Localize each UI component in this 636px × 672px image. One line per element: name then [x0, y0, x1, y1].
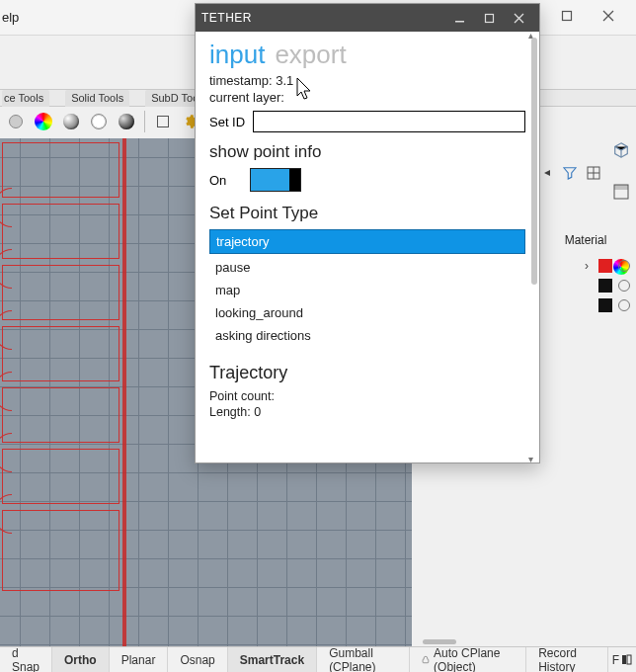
layer-row[interactable]: ›	[541, 257, 630, 275]
setid-input[interactable]	[253, 111, 525, 132]
app-root: elp ce Tools Solid Tools SubD Tools	[0, 0, 636, 672]
close-button[interactable]	[504, 8, 533, 28]
color-swatch[interactable]	[598, 298, 612, 312]
timestamp-line: timestamp: 3.1	[209, 73, 525, 88]
length-label: Length:	[209, 405, 254, 419]
layer-radio[interactable]	[618, 260, 630, 272]
tool-tab[interactable]: Solid Tools	[65, 90, 129, 107]
sphere-dark-icon[interactable]	[115, 110, 138, 133]
option-map[interactable]: map	[209, 279, 525, 301]
filter-icon[interactable]	[563, 166, 577, 183]
show-point-info-header: show point info	[209, 142, 525, 162]
geometry-rect	[2, 204, 119, 259]
layer-row[interactable]	[541, 296, 630, 314]
cube-icon[interactable]	[611, 140, 631, 160]
color-swatch[interactable]	[598, 259, 612, 273]
host-close-button[interactable]	[591, 4, 626, 28]
svg-rect-9	[622, 655, 626, 664]
geometry-rect	[2, 510, 119, 591]
current-layer-label: current layer:	[209, 90, 284, 105]
geometry-rect	[2, 387, 119, 443]
svg-rect-0	[563, 12, 572, 21]
geometry-arc	[0, 372, 12, 411]
sphere-light-icon[interactable]	[59, 110, 83, 133]
maximize-button[interactable]	[474, 8, 504, 28]
point-type-list: trajectory pause map looking_around aski…	[209, 229, 525, 347]
geometry-arc	[0, 433, 12, 472]
layer-row[interactable]	[541, 277, 630, 294]
menu-help[interactable]: elp	[2, 10, 19, 25]
dialog-titlebar[interactable]: TETHER	[196, 4, 539, 32]
length-value: 0	[254, 405, 261, 419]
point-count-label: Point count:	[209, 389, 275, 403]
tether-dialog: TETHER ▴ ▾ input export timestamp: 3.1 c…	[195, 3, 540, 463]
geometry-arc	[0, 249, 12, 289]
status-planar[interactable]: Planar	[110, 647, 169, 672]
status-autocplane[interactable]: Auto CPlane (Object)	[410, 647, 526, 672]
status-record[interactable]: Record History	[526, 647, 607, 672]
tab-input[interactable]: input	[209, 42, 265, 67]
status-osnap[interactable]: Osnap	[168, 647, 227, 672]
status-tail[interactable]: F	[608, 647, 636, 672]
host-maximize-button[interactable]	[549, 4, 585, 28]
grid-icon[interactable]	[587, 166, 600, 183]
minimize-button[interactable]	[444, 8, 474, 28]
geometry-arc	[0, 310, 12, 350]
color-wheel-icon[interactable]	[32, 110, 55, 133]
backface-icon[interactable]	[4, 110, 28, 133]
toolbar-separator	[144, 111, 145, 132]
svg-rect-7	[455, 21, 464, 23]
trajectory-header: Trajectory	[209, 363, 525, 383]
geometry-rect	[2, 449, 119, 504]
square-icon[interactable]	[151, 110, 175, 133]
option-looking-around[interactable]: looking_around	[209, 301, 525, 324]
chevron-right-icon: ›	[581, 260, 593, 272]
timestamp-value: 3.1	[276, 73, 293, 88]
axis-line	[122, 138, 126, 647]
tab-export[interactable]: export	[275, 42, 346, 67]
svg-rect-6	[614, 185, 628, 190]
dialog-tabs: input export	[209, 42, 525, 67]
status-ortho[interactable]: Ortho	[52, 647, 110, 672]
geometry-arc	[0, 188, 12, 227]
option-pause[interactable]: pause	[209, 256, 525, 279]
sphere-grid-icon[interactable]	[87, 110, 111, 133]
point-info-toggle[interactable]	[250, 168, 301, 192]
timestamp-label: timestamp:	[209, 73, 276, 88]
color-swatch[interactable]	[598, 279, 612, 293]
geometry-arc	[0, 494, 12, 534]
status-smarttrack[interactable]: SmartTrack	[228, 647, 317, 672]
right-sidebar	[606, 138, 636, 642]
layer-radio[interactable]	[618, 280, 630, 292]
panel-collapse-icon[interactable]	[611, 182, 631, 202]
status-bar: d Snap Ortho Planar Osnap SmartTrack Gum…	[0, 646, 636, 672]
svg-rect-10	[627, 655, 631, 664]
geometry-rect	[2, 326, 119, 381]
scroll-down-icon[interactable]: ▾	[528, 454, 538, 464]
setid-label: Set ID	[209, 115, 245, 129]
layer-header-material[interactable]: Material	[541, 233, 630, 247]
h-scroll-thumb[interactable]	[423, 639, 456, 644]
svg-rect-8	[485, 14, 493, 22]
chevron-left-icon[interactable]: ◂	[541, 166, 553, 178]
option-asking-directions[interactable]: asking directions	[209, 324, 525, 347]
geometry-rect	[2, 265, 119, 320]
layer-panel: ◂	[541, 166, 600, 189]
geometry-rect	[2, 142, 119, 198]
option-trajectory[interactable]: trajectory	[209, 229, 525, 254]
scroll-thumb[interactable]	[531, 38, 537, 285]
status-gumball[interactable]: Gumball (CPlane)	[317, 647, 410, 672]
layer-radio[interactable]	[618, 299, 630, 311]
current-layer-line: current layer:	[209, 90, 525, 105]
dialog-title: TETHER	[201, 11, 252, 25]
tool-tab[interactable]: ce Tools	[2, 90, 49, 107]
dialog-body: ▴ ▾ input export timestamp: 3.1 current …	[196, 32, 539, 462]
status-snap[interactable]: d Snap	[0, 647, 52, 672]
set-point-type-header: Set Point Type	[209, 204, 525, 223]
on-label: On	[209, 173, 226, 188]
toggle-knob	[289, 169, 300, 191]
